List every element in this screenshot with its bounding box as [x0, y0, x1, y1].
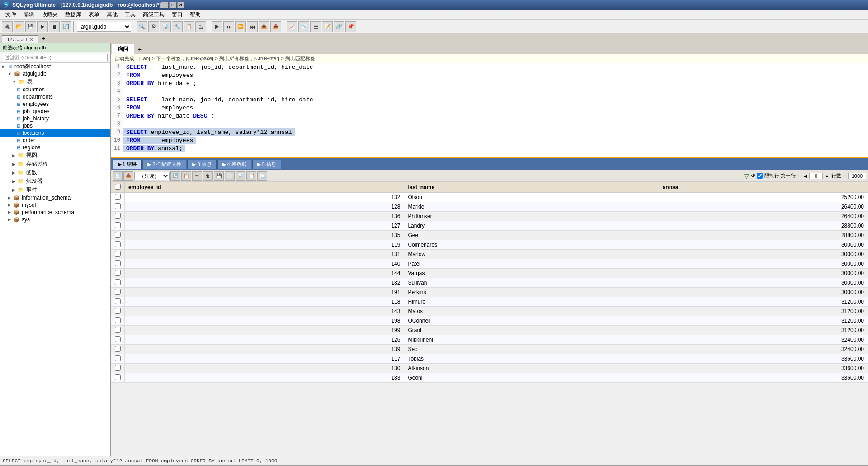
results-tab-4[interactable]: ▶ 5信息 [252, 160, 281, 169]
menu-item-2[interactable]: 收藏夹 [38, 10, 61, 19]
conn-tab-add[interactable]: + [38, 34, 49, 43]
tree-item-performance_schema[interactable]: ▶📦performance_schema [0, 209, 110, 216]
menu-item-5[interactable]: 其他 [103, 10, 121, 19]
tree-item-sys[interactable]: ▶📦sys [0, 216, 110, 223]
results-tab-1[interactable]: ▶ 2个配置文件 [142, 160, 186, 169]
tb-btn-10[interactable]: ⏮ [247, 21, 258, 32]
line-content-3[interactable]: ORDER BY hire_date ; [123, 80, 199, 87]
close-button[interactable]: ✕ [177, 2, 184, 8]
results-btn-4[interactable]: 🗑 [203, 171, 213, 181]
tb-btn-11[interactable]: 📥 [259, 21, 269, 32]
row-checkbox-2[interactable] [115, 213, 121, 219]
menu-item-0[interactable]: 文件 [2, 10, 20, 19]
db-selector[interactable]: atgui.gudb [77, 22, 131, 32]
row-checkbox-18[interactable] [115, 365, 121, 371]
tb-btn-5[interactable]: 📋 [184, 21, 194, 32]
row-checkbox-12[interactable] [115, 308, 121, 314]
refresh-button[interactable]: 🔄 [61, 21, 71, 32]
line-content-10[interactable]: FROM employees [123, 137, 196, 144]
limit-rows-checkbox[interactable] [757, 173, 763, 179]
tree-item-employees[interactable]: ⊞employees [0, 100, 110, 108]
minimize-button[interactable]: — [161, 2, 168, 8]
results-readonly-selector[interactable]: （只读） [134, 172, 170, 180]
tree-item-locations[interactable]: ⊞locations [0, 129, 110, 137]
select-all-checkbox[interactable] [115, 184, 121, 190]
row-checkbox-0[interactable] [115, 194, 121, 200]
line-content-9[interactable]: SELECT employee_id, last_name, salary*12… [123, 128, 295, 136]
menu-item-7[interactable]: 高级工具 [139, 10, 168, 19]
row-checkbox-6[interactable] [115, 251, 121, 257]
tree-item-departments[interactable]: ⊞departments [0, 93, 110, 100]
nav-prev[interactable]: ◄ [802, 173, 807, 179]
tb-btn-12[interactable]: 📤 [270, 21, 281, 32]
tb-btn-18[interactable]: 📌 [345, 21, 356, 32]
results-btn-7[interactable]: 📊 [236, 171, 245, 181]
results-btn-8[interactable]: 📑 [246, 171, 256, 181]
menu-item-6[interactable]: 工具 [121, 10, 139, 19]
tb-btn-17[interactable]: 🔗 [334, 21, 344, 32]
row-checkbox-9[interactable] [115, 279, 121, 285]
tree-item-job_history[interactable]: ⊞job_history [0, 115, 110, 122]
row-count-input[interactable] [848, 173, 866, 179]
results-btn-2[interactable]: 📋 [181, 171, 191, 181]
query-tab-add[interactable]: + [134, 45, 145, 54]
row-checkbox-17[interactable] [115, 355, 121, 361]
row-checkbox-5[interactable] [115, 241, 121, 247]
tb-btn-2[interactable]: ⚙ [148, 21, 159, 32]
tree-item-jobs[interactable]: ⊞jobs [0, 122, 110, 129]
line-content-11[interactable]: ORDER BY annsal; [123, 145, 185, 152]
row-checkbox-11[interactable] [115, 298, 121, 304]
tree-item-mysql[interactable]: ▶📦mysql [0, 201, 110, 209]
row-checkbox-7[interactable] [115, 260, 121, 266]
menu-item-3[interactable]: 数据库 [61, 10, 85, 19]
conn-tab-0[interactable]: 127.0.0.1 ✕ [2, 35, 38, 43]
results-export-btn[interactable]: 📄 [113, 171, 123, 181]
tree-item-__[interactable]: ▶📁视图 [0, 151, 110, 160]
results-btn-9[interactable]: 📃 [257, 171, 267, 181]
tree-item-root_localhost[interactable]: ▶🖥root@localhost [0, 63, 110, 70]
tree-item-_[interactable]: ▼📁表 [0, 77, 110, 86]
row-checkbox-3[interactable] [115, 222, 121, 228]
line-content-1[interactable]: SELECT last_name, job_id, department_id,… [123, 63, 316, 71]
tree-item-___[interactable]: ▶📁触发器 [0, 177, 110, 185]
tree-item-information_schema[interactable]: ▶📦information_schema [0, 194, 110, 201]
menu-item-4[interactable]: 表单 [85, 10, 103, 19]
tb-btn-15[interactable]: 🗃 [310, 21, 321, 32]
row-checkbox-14[interactable] [115, 327, 121, 333]
results-btn-1[interactable]: 🔄 [170, 171, 180, 181]
tree-item-__[interactable]: ▶📁事件 [0, 185, 110, 194]
line-content-2[interactable]: FROM employees [123, 71, 196, 79]
tb-btn-1[interactable]: 🔍 [137, 21, 147, 32]
tree-item-order[interactable]: ⊞order [0, 137, 110, 144]
row-checkbox-13[interactable] [115, 317, 121, 323]
menu-item-9[interactable]: 帮助 [186, 10, 204, 19]
row-checkbox-19[interactable] [115, 374, 121, 380]
tree-item-__[interactable]: ▶📁函数 [0, 168, 110, 177]
sidebar-filter-input[interactable] [3, 54, 108, 61]
menu-item-8[interactable]: 窗口 [168, 10, 186, 19]
results-btn-5[interactable]: 💾 [214, 171, 224, 181]
row-checkbox-10[interactable] [115, 289, 121, 295]
row-checkbox-15[interactable] [115, 336, 121, 342]
save-button[interactable]: 💾 [25, 21, 36, 32]
tb-btn-7[interactable]: ▶ [212, 21, 222, 32]
tb-btn-9[interactable]: ⏩ [235, 21, 246, 32]
row-checkbox-1[interactable] [115, 203, 121, 209]
line-content-5[interactable]: SELECT last_name, job_id, department_id,… [123, 96, 316, 104]
tree-item-atguigudb[interactable]: ▼📦atguigudb [0, 70, 110, 77]
open-button[interactable]: 📂 [14, 21, 24, 32]
results-btn-6[interactable]: ⬜ [225, 171, 235, 181]
tree-item-job_grades[interactable]: ⊞job_grades [0, 108, 110, 115]
conn-tab-close[interactable]: ✕ [29, 37, 33, 42]
sql-editor[interactable]: 1SELECT last_name, job_id, department_id… [111, 63, 868, 158]
tb-btn-3[interactable]: 📊 [160, 21, 171, 32]
nav-next[interactable]: ► [825, 173, 830, 179]
results-btn-3[interactable]: ✏ [192, 171, 202, 181]
maximize-button[interactable]: □ [169, 2, 176, 8]
tb-btn-16[interactable]: 📝 [322, 21, 333, 32]
results-tab-2[interactable]: ▶ 3信息 [187, 160, 216, 169]
tb-btn-4[interactable]: 🔧 [172, 21, 183, 32]
results-tab-0[interactable]: ▶ 1结果 [113, 160, 142, 169]
query-tab-0[interactable]: 询问 [112, 44, 134, 54]
tree-item-____[interactable]: ▶📁存储过程 [0, 160, 110, 168]
